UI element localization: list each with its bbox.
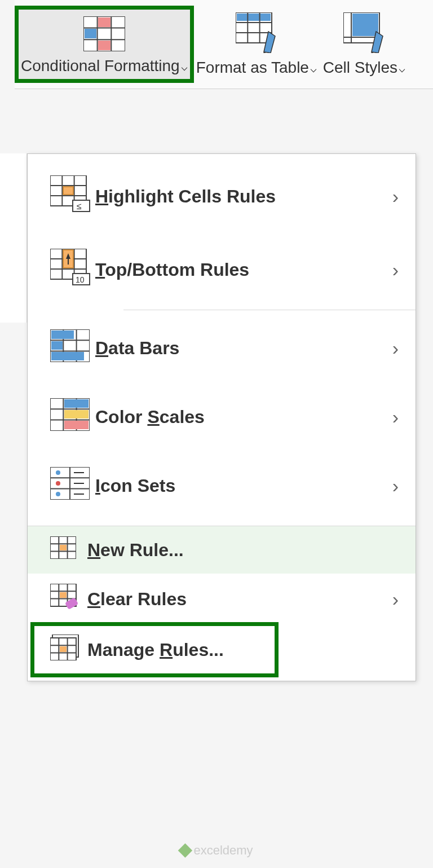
chevron-right-icon: › [392,406,399,428]
svg-rect-66 [60,545,67,550]
cell-styles-button[interactable]: Cell Styles⌵ [319,6,409,83]
menu-label: Clear Rules [87,589,392,610]
svg-point-56 [56,481,60,486]
svg-rect-7 [98,41,111,50]
menu-label: Manage Rules... [87,640,399,660]
menu-label: Top/Bottom Rules [95,259,392,280]
svg-rect-6 [85,29,96,38]
svg-rect-72 [60,592,67,598]
menu-label: New Rule... [87,540,399,561]
conditional-formatting-button[interactable]: Conditional Formatting⌵ [15,6,194,83]
svg-rect-80 [60,646,67,652]
svg-point-57 [56,492,60,496]
conditional-formatting-icon [83,16,125,51]
menu-manage-rules[interactable]: Manage Rules... [28,624,416,675]
chevron-right-icon: › [392,588,399,610]
menu-new-rule[interactable]: New Rule... [28,526,416,574]
chevron-right-icon: › [392,186,399,208]
svg-rect-40 [51,331,74,339]
top-bottom-icon: 10 [50,249,95,290]
svg-rect-41 [51,341,63,350]
menu-label: Color Scales [95,407,392,428]
manage-rules-icon [50,635,87,665]
chevron-right-icon: › [392,259,399,281]
menu-top-bottom-rules[interactable]: 10 Top/Bottom Rules › [28,233,416,306]
data-bars-icon [50,329,95,367]
cell-styles-label: Cell Styles⌵ [323,58,405,77]
menu-highlight-cells-rules[interactable]: ≤ Highlight Cells Rules › [28,160,416,233]
menu-label: Highlight Cells Rules [95,186,392,207]
cell-styles-icon [343,12,385,53]
ribbon-styles-group: Conditional Formatting⌵ Format as Table⌵ [15,0,433,89]
menu-separator [123,310,416,310]
icon-sets-icon [50,467,95,504]
worksheet-edge [0,153,27,323]
new-rule-icon [50,536,87,563]
chevron-right-icon: › [392,337,399,359]
watermark: exceldemy [180,843,253,858]
svg-rect-23 [63,187,73,195]
menu-clear-rules[interactable]: Clear Rules › [28,574,416,624]
menu-label: Data Bars [95,338,392,359]
svg-text:10: 10 [76,275,85,284]
format-as-table-button[interactable]: Format as Table⌵ [194,6,319,83]
svg-rect-42 [51,352,84,360]
svg-rect-15 [352,14,378,36]
svg-rect-9 [237,14,271,21]
format-as-table-icon [236,12,277,53]
highlight-cells-icon: ≤ [50,175,95,217]
svg-rect-50 [64,421,89,429]
svg-point-55 [56,470,60,475]
svg-rect-5 [98,17,111,27]
conditional-formatting-menu: ≤ Highlight Cells Rules › 10 Top/Bottom … [27,153,416,681]
menu-color-scales[interactable]: Color Scales › [28,382,416,451]
menu-data-bars[interactable]: Data Bars › [28,314,416,382]
svg-text:≤: ≤ [77,201,82,211]
svg-rect-49 [64,410,89,418]
clear-rules-icon [50,584,87,614]
conditional-formatting-label: Conditional Formatting⌵ [21,56,188,76]
menu-label: Icon Sets [95,475,392,496]
chevron-right-icon: › [392,475,399,497]
format-as-table-label: Format as Table⌵ [196,58,317,77]
color-scales-icon [50,398,95,435]
menu-icon-sets[interactable]: Icon Sets › [28,451,416,520]
svg-rect-48 [64,399,89,408]
